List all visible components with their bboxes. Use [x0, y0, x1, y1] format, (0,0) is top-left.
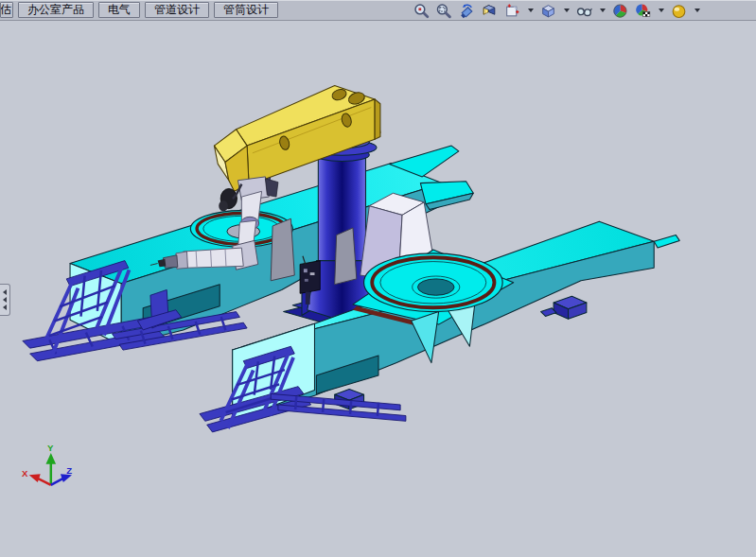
apply-scene-icon[interactable]: [635, 3, 651, 19]
coordinate-triad: Y X Z: [22, 443, 72, 485]
tab-tubing-design[interactable]: 管筒设计: [214, 2, 278, 18]
scene-canvas[interactable]: Y X Z: [0, 21, 756, 557]
collapse-arrow-icon: [3, 305, 7, 310]
hide-show-items-dropdown[interactable]: [600, 9, 606, 12]
axis-z-label: Z: [66, 465, 72, 476]
feature-panel-collapse-toggle[interactable]: [0, 284, 10, 316]
heads-up-view-toolbar: [413, 2, 700, 19]
view-settings-dropdown[interactable]: [694, 9, 700, 12]
zoom-to-fit-icon[interactable]: [413, 3, 430, 19]
edit-appearance-icon[interactable]: [612, 3, 628, 19]
section-view-icon[interactable]: [482, 3, 498, 19]
tab-partial[interactable]: 估: [0, 2, 13, 18]
apply-scene-dropdown[interactable]: [659, 9, 664, 12]
right-girder-bracket-far[interactable]: [541, 296, 587, 319]
view-orientation-icon[interactable]: [504, 3, 520, 19]
view-settings-icon[interactable]: [671, 3, 687, 19]
tab-piping-design[interactable]: 管道设计: [145, 2, 209, 18]
previous-view-icon[interactable]: [459, 3, 475, 19]
collapse-arrow-icon: [3, 297, 7, 303]
gusset-plate-small-left[interactable]: [271, 218, 294, 281]
command-manager-tabs: 估 办公室产品 电气 管道设计 管筒设计: [0, 1, 278, 19]
axis-y-label: Y: [47, 443, 54, 453]
right-ring-flange[interactable]: [364, 253, 503, 312]
zoom-to-area-icon[interactable]: [436, 3, 452, 19]
command-manager-toolbar: 估 办公室产品 电气 管道设计 管筒设计: [0, 0, 756, 21]
tab-office-products[interactable]: 办公室产品: [18, 2, 94, 18]
view-orientation-dropdown[interactable]: [528, 9, 534, 12]
hide-show-items-icon[interactable]: [576, 3, 592, 19]
collapse-arrow-icon: [3, 289, 7, 295]
display-style-dropdown[interactable]: [564, 9, 570, 12]
tab-electrical[interactable]: 电气: [98, 2, 140, 18]
3d-viewport[interactable]: Y X Z: [0, 21, 756, 557]
axis-x-label: X: [22, 468, 28, 479]
display-style-icon[interactable]: [540, 3, 556, 19]
application-window: 估 办公室产品 电气 管道设计 管筒设计: [0, 0, 756, 557]
